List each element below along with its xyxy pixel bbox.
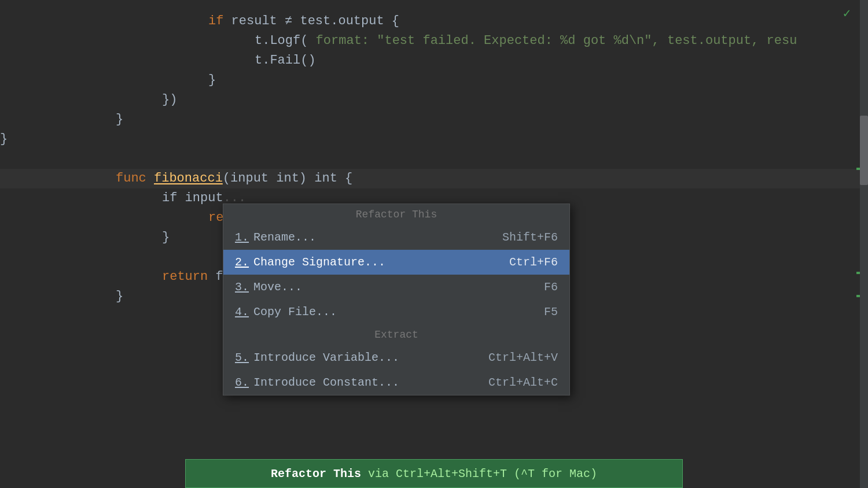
menu-item-label: Change Signature...: [253, 256, 509, 269]
code-text: }: [208, 71, 216, 90]
menu-item-number: 2.: [235, 256, 249, 269]
code-text: t.Logf(: [255, 31, 308, 51]
code-line: }: [0, 130, 868, 149]
function-name: fibonacci: [154, 169, 223, 188]
code-text: }): [162, 90, 177, 110]
status-bar-normal: via Ctrl+Alt+Shift+T (^T for Mac): [361, 467, 597, 480]
code-text: }: [116, 287, 123, 306]
code-text: {: [392, 12, 399, 31]
code-text: }: [0, 130, 8, 149]
code-text: if input: [162, 188, 223, 208]
menu-item-introduce-variable[interactable]: 5. Introduce Variable... Ctrl+Alt+V: [223, 345, 569, 370]
menu-item-shortcut: F5: [544, 305, 558, 319]
menu-item-shortcut: Ctrl+Alt+V: [488, 351, 558, 364]
menu-item-change-signature[interactable]: 2. Change Signature... Ctrl+F6: [223, 250, 569, 275]
menu-item-label: Move...: [253, 280, 544, 294]
code-line-empty: [0, 149, 868, 169]
keyword-func: func: [116, 169, 154, 188]
menu-item-shortcut: Shift+F6: [502, 231, 558, 244]
code-line: }): [0, 90, 868, 110]
menu-item-number: 4.: [235, 305, 249, 319]
status-bar-text: Refactor This via Ctrl+Alt+Shift+T (^T f…: [271, 467, 597, 480]
scrollbar[interactable]: [860, 0, 868, 488]
menu-item-label: Introduce Constant...: [253, 376, 488, 389]
code-line-fibonacci: func fibonacci(input int) int {: [0, 169, 868, 188]
menu-item-rename[interactable]: 1. Rename... Shift+F6: [223, 225, 569, 250]
code-text: f: [215, 267, 223, 287]
code-line: }: [0, 110, 868, 130]
status-bar-bold: Refactor This: [271, 467, 361, 480]
scrollbar-thumb[interactable]: [860, 116, 868, 185]
menu-item-label: Rename...: [253, 231, 502, 244]
context-menu: Refactor This 1. Rename... Shift+F6 2. C…: [223, 204, 570, 395]
menu-item-label: Introduce Variable...: [253, 351, 488, 364]
menu-title: Refactor This: [223, 204, 569, 225]
menu-item-introduce-constant[interactable]: 6. Introduce Constant... Ctrl+Alt+C: [223, 370, 569, 395]
keyword: if: [208, 12, 223, 31]
code-line: }: [0, 71, 868, 90]
menu-item-shortcut: F6: [544, 280, 558, 294]
menu-item-number: 1.: [235, 231, 249, 244]
status-bar: Refactor This via Ctrl+Alt+Shift+T (^T f…: [185, 459, 683, 488]
code-text: result ≠ test.output: [223, 12, 391, 31]
menu-item-label: Copy File...: [253, 305, 544, 319]
menu-item-shortcut: Ctrl+F6: [509, 256, 558, 269]
code-line: t.Fail(): [0, 51, 868, 71]
code-line: if result ≠ test.output {: [0, 12, 868, 31]
menu-item-copy-file[interactable]: 4. Copy File... F5: [223, 300, 569, 324]
code-text: (input int) int {: [223, 169, 352, 188]
keyword-return: return: [162, 267, 215, 287]
menu-item-shortcut: Ctrl+Alt+C: [488, 376, 558, 389]
menu-item-number: 6.: [235, 376, 249, 389]
code-line: t.Logf( format: "test failed. Expected: …: [0, 31, 868, 51]
editor-area: ✓ if result ≠ test.output { t.Logf( form…: [0, 0, 868, 488]
code-string: format: "test failed. Expected: %d got %…: [308, 31, 797, 51]
menu-section-extract: Extract: [223, 324, 569, 345]
menu-item-move[interactable]: 3. Move... F6: [223, 275, 569, 300]
menu-item-number: 3.: [235, 280, 249, 294]
code-text: }: [116, 110, 123, 130]
checkmark-icon: ✓: [843, 6, 851, 21]
code-text: }: [162, 228, 170, 247]
code-text: t.Fail(): [255, 51, 316, 71]
menu-item-number: 5.: [235, 351, 249, 364]
